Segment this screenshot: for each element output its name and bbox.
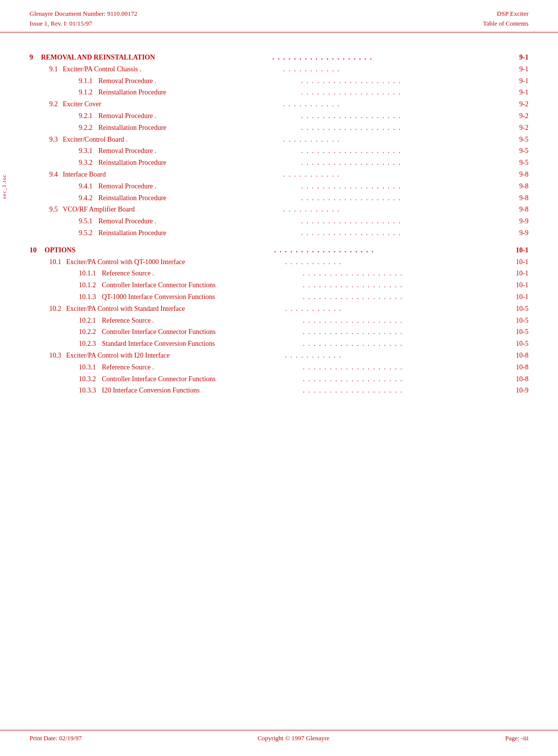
toc-page: 9-5 [504, 157, 528, 169]
toc-subsection-label: Removal Procedure . [93, 110, 299, 122]
toc-section-num: 10.2 [30, 303, 62, 315]
toc-entry: 9.4Interface Board . . . . . . . . . . .… [30, 169, 528, 181]
toc-entry: 10.2.2Controller Interface Connector Fun… [30, 326, 528, 338]
toc-entry: 9.1.2Reinstallation Procedure . . . . . … [30, 87, 528, 98]
toc-subsection-label: Reinstallation Procedure [93, 87, 299, 98]
toc-dots: . . . . . . . . . . . . . . . . . . . [301, 315, 504, 327]
toc-section-num: 10.3 [30, 350, 62, 362]
toc-dots: . . . . . . . . . . . [281, 98, 504, 110]
toc-entry: 9.5VCO/RF Amplifier Board . . . . . . . … [30, 204, 528, 215]
toc-entry: 9.3.2Reinstallation Procedure . . . . . … [30, 157, 528, 169]
toc-page: 10-1 [504, 268, 528, 279]
toc-entry: 10.1.1Reference Source . . . . . . . . .… [30, 268, 528, 279]
toc-chapter-label: OPTIONS [37, 244, 273, 256]
toc-section-label: Exciter Cover [58, 98, 281, 110]
toc-subsection-label: Controller Interface Connector Functions [96, 373, 301, 385]
toc-entry: 10OPTIONS . . . . . . . . . . . . . . . … [30, 244, 528, 256]
toc-section-num: 9.3 [30, 134, 58, 146]
toc-dots: . . . . . . . . . . . . . . . . . . . [299, 215, 504, 227]
toc-dots: . . . . . . . . . . . . . . . . . . . [299, 110, 504, 122]
toc-page: 9-8 [504, 192, 528, 204]
toc-page: 9-5 [504, 145, 528, 157]
toc-dots: . . . . . . . . . . . . . . . . . . . [299, 192, 504, 204]
toc-subsection-num: 9.4.2 [30, 192, 93, 204]
toc-section-num: 9.1 [30, 63, 58, 75]
toc-entry: 10.3.1Reference Source . . . . . . . . .… [30, 362, 528, 373]
toc-page: 10-8 [504, 362, 528, 373]
toc-subsection-num: 10.2.3 [30, 338, 96, 350]
toc-section-label: Exciter/PA Control with QT-1000 Interfac… [62, 256, 283, 268]
toc-chapter-label: REMOVAL AND REINSTALLATION [33, 52, 270, 63]
toc-page: 10-5 [504, 338, 528, 350]
toc-subsection-label: Reinstallation Procedure [93, 227, 299, 239]
page-header: Glenayre Document Number: 9110.00172 Iss… [0, 0, 558, 32]
toc-page: 9-1 [504, 75, 528, 87]
footer-center: Copyright © 1997 Glenayre [257, 734, 329, 742]
toc-dots: . . . . . . . . . . . [283, 303, 504, 315]
toc-entry: 10.3.3I20 Interface Conversion Functions… [30, 385, 528, 396]
toc-entry: 10.1Exciter/PA Control with QT-1000 Inte… [30, 256, 528, 268]
toc-entry: 10.2Exciter/PA Control with Standard Int… [30, 303, 528, 315]
footer-right: Page: -iii [505, 734, 528, 742]
toc-content: 9REMOVAL AND REINSTALLATION . . . . . . … [0, 37, 558, 426]
toc-dots: . . . . . . . . . . . . . . . . . . . [271, 52, 504, 63]
toc-subsection-num: 10.3.2 [30, 373, 96, 385]
toc-subsection-label: I20 Interface Conversion Functions [96, 385, 301, 396]
toc-entry: 9.1Exciter/PA Control Chassis . . . . . … [30, 63, 528, 75]
toc-chapter-num: 10 [30, 244, 37, 256]
toc-page: 9-9 [504, 215, 528, 227]
toc-subsection-num: 9.3.1 [30, 145, 93, 157]
doc-issue: Issue 1, Rev. I: 01/15/97 [30, 19, 137, 29]
toc-dots: . . . . . . . . . . . . . . . . . . . [299, 122, 504, 134]
toc-subsection-label: Reference Source . [96, 315, 301, 327]
toc-page: 10-5 [504, 303, 528, 315]
toc-subsection-label: Reinstallation Procedure [93, 157, 299, 169]
toc-subsection-label: Controller Interface Connector Functions [96, 279, 301, 291]
toc-dots: . . . . . . . . . . . . . . . . . . . [299, 157, 504, 169]
toc-page: 9-1 [504, 52, 528, 63]
toc-page: 9-2 [504, 122, 528, 134]
toc-dots: . . . . . . . . . . . . . . . . . . . [301, 338, 504, 350]
footer-left: Print Date: 02/19/97 [30, 734, 82, 742]
toc-entry: 9.1.1Removal Procedure . . . . . . . . .… [30, 75, 528, 87]
toc-dots: . . . . . . . . . . . . . . . . . . . [301, 268, 504, 279]
toc-page: 9-2 [504, 110, 528, 122]
toc-subsection-num: 10.3.3 [30, 385, 96, 396]
toc-dots: . . . . . . . . . . . [283, 256, 504, 268]
toc-dots: . . . . . . . . . . . . . . . . . . . [301, 279, 504, 291]
toc-subsection-label: Removal Procedure . [93, 145, 299, 157]
toc-page: 10-1 [504, 256, 528, 268]
toc-section-num: 9.4 [30, 169, 58, 181]
toc-dots: . . . . . . . . . . . . . . . . . . . [299, 181, 504, 192]
toc-entry: 10.2.3Standard Interface Conversion Func… [30, 338, 528, 350]
toc-dots: . . . . . . . . . . . . . . . . . . . [301, 385, 504, 396]
toc-subsection-num: 9.1.2 [30, 87, 93, 98]
side-tab: sec_1.toc [0, 172, 8, 201]
toc-dots: . . . . . . . . . . . . . . . . . . . [301, 362, 504, 373]
toc-entry: 9REMOVAL AND REINSTALLATION . . . . . . … [30, 51, 528, 63]
toc-page: 10-8 [504, 373, 528, 385]
toc-page: 10-5 [504, 315, 528, 327]
toc-subsection-num: 10.1.2 [30, 279, 96, 291]
toc-dots: . . . . . . . . . . . . . . . . . . . [301, 291, 504, 303]
toc-dots: . . . . . . . . . . . [283, 350, 504, 362]
page: Glenayre Document Number: 9110.00172 Iss… [0, 0, 558, 756]
toc-section-num: 9.2 [30, 98, 58, 110]
toc-subsection-label: Reference Source . [96, 362, 301, 373]
toc-page: 9-8 [504, 181, 528, 192]
toc-page: 10-1 [504, 291, 528, 303]
toc-entry: 9.4.2Reinstallation Procedure . . . . . … [30, 192, 528, 204]
header-right: DSP Exciter Table of Contents [483, 9, 528, 28]
toc-section-label: Interface Board [58, 169, 281, 181]
toc-entry: 10.2.1Reference Source . . . . . . . . .… [30, 315, 528, 327]
toc-page: 10-1 [504, 244, 528, 256]
toc-section-label: Exciter/PA Control with Standard Interfa… [62, 303, 283, 315]
toc-page: 9-8 [504, 204, 528, 215]
toc-page: 9-9 [504, 227, 528, 239]
doc-section: Table of Contents [483, 19, 528, 29]
toc-page: 10-8 [504, 350, 528, 362]
toc-subsection-label: Reinstallation Procedure [93, 192, 299, 204]
doc-number: Glenayre Document Number: 9110.00172 [30, 9, 137, 19]
toc-subsection-num: 9.2.2 [30, 122, 93, 134]
toc-subsection-num: 9.4.1 [30, 181, 93, 192]
